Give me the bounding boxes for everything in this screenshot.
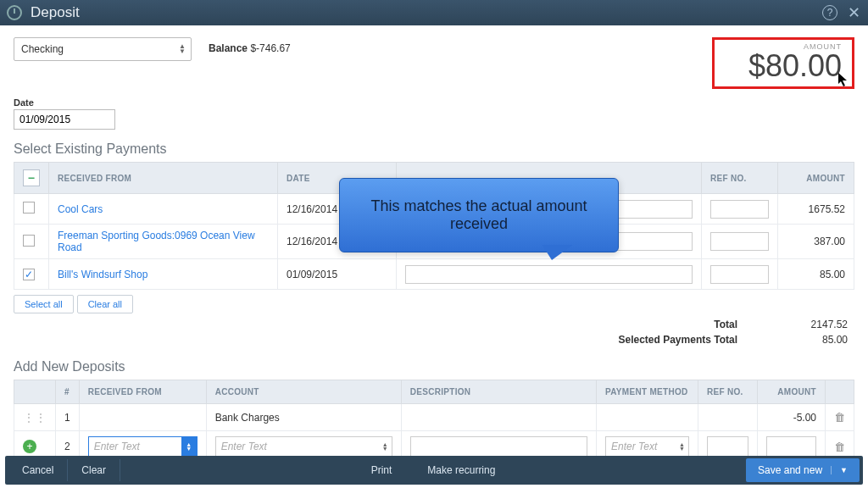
col-payment-method: PAYMENT METHOD bbox=[597, 380, 698, 404]
row-amount: 1675.52 bbox=[778, 194, 854, 225]
received-from-link[interactable]: Freeman Sporting Goods:0969 Ocean View R… bbox=[58, 230, 255, 253]
row-date: 01/09/2015 bbox=[278, 259, 397, 290]
cancel-button[interactable]: Cancel bbox=[8, 459, 68, 481]
add-row-button[interactable]: + bbox=[23, 440, 36, 453]
col-received-from: RECEIVED FROM bbox=[49, 163, 278, 194]
cursor-icon bbox=[837, 71, 850, 88]
table-row: ✓ Bill's Windsurf Shop 01/09/2015 85.00 bbox=[14, 259, 854, 290]
new-deposits-table: # RECEIVED FROM ACCOUNT DESCRIPTION PAYM… bbox=[14, 380, 854, 463]
row-checkbox[interactable] bbox=[23, 235, 35, 247]
trash-icon[interactable]: 🗑 bbox=[834, 411, 845, 424]
date-label: Date bbox=[14, 97, 854, 108]
make-recurring-button[interactable]: Make recurring bbox=[414, 459, 509, 481]
col-amount: AMOUNT bbox=[758, 380, 826, 404]
col-num: # bbox=[56, 380, 80, 404]
print-button[interactable]: Print bbox=[358, 459, 406, 481]
clear-button[interactable]: Clear bbox=[68, 459, 120, 481]
col-ref-no: REF NO. bbox=[698, 380, 758, 404]
amount-total-box: AMOUNT $80.00 bbox=[712, 37, 854, 89]
chevron-updown-icon: ▲▼ bbox=[382, 442, 388, 451]
row-num: 1 bbox=[56, 404, 80, 431]
existing-payments-title: Select Existing Payments bbox=[14, 141, 854, 157]
history-icon[interactable] bbox=[7, 5, 22, 20]
clear-all-button[interactable]: Clear all bbox=[77, 295, 133, 313]
ref-no-input[interactable] bbox=[707, 436, 748, 457]
col-amount: AMOUNT bbox=[778, 163, 854, 194]
save-and-new-button[interactable]: Save and new▼ bbox=[746, 458, 860, 482]
row-checkbox[interactable] bbox=[23, 202, 35, 214]
trash-icon[interactable]: 🗑 bbox=[834, 441, 845, 453]
help-icon[interactable]: ? bbox=[822, 5, 837, 20]
row-checkbox[interactable]: ✓ bbox=[23, 269, 35, 280]
chevron-updown-icon: ▲▼ bbox=[679, 442, 685, 451]
table-row: ⋮⋮ 1 Bank Charges -5.00 🗑 bbox=[14, 404, 854, 431]
received-from-input[interactable]: Enter Text▲▼ bbox=[88, 436, 198, 457]
balance-label: Balance $-746.67 bbox=[209, 37, 291, 54]
payment-method-input[interactable]: Enter Text▲▼ bbox=[605, 436, 689, 457]
caret-down-icon[interactable]: ▼ bbox=[831, 466, 848, 474]
chevron-updown-icon: ▲▼ bbox=[179, 44, 186, 54]
new-deposits-title: Add New Deposits bbox=[14, 359, 854, 374]
drag-handle-icon[interactable]: ⋮⋮ bbox=[23, 411, 47, 424]
row-amount: -5.00 bbox=[758, 404, 826, 431]
row-refno-input[interactable] bbox=[710, 232, 769, 251]
amount-input[interactable] bbox=[766, 436, 816, 457]
received-from-link[interactable]: Bill's Windsurf Shop bbox=[58, 269, 147, 280]
chevron-updown-icon: ▲▼ bbox=[181, 437, 197, 456]
row-refno-input[interactable] bbox=[710, 265, 769, 284]
close-icon[interactable]: ✕ bbox=[846, 5, 861, 20]
account-input[interactable]: Enter Text▲▼ bbox=[215, 436, 392, 457]
select-all-button[interactable]: Select all bbox=[14, 295, 74, 313]
row-amount: 85.00 bbox=[778, 259, 854, 290]
col-description: DESCRIPTION bbox=[401, 380, 596, 404]
page-title: Deposit bbox=[31, 4, 822, 21]
col-received-from: RECEIVED FROM bbox=[79, 380, 206, 404]
collapse-button[interactable]: − bbox=[23, 169, 40, 186]
footer-bar: Cancel Clear Print Make recurring Save a… bbox=[5, 456, 863, 485]
col-ref-no: REF NO. bbox=[702, 163, 778, 194]
tooltip-callout: This matches the actual amount received bbox=[339, 178, 619, 252]
amount-value: $80.00 bbox=[748, 51, 842, 81]
totals-block: Total2147.52 Selected Payments Total85.0… bbox=[14, 317, 854, 347]
account-select[interactable]: Checking ▲▼ bbox=[14, 37, 192, 61]
account-select-value: Checking bbox=[21, 43, 64, 55]
row-amount: 387.00 bbox=[778, 225, 854, 259]
titlebar: Deposit ? ✕ bbox=[0, 0, 868, 25]
col-account: ACCOUNT bbox=[206, 380, 401, 404]
date-input[interactable] bbox=[14, 109, 115, 130]
received-from-link[interactable]: Cool Cars bbox=[58, 203, 103, 215]
description-input[interactable] bbox=[410, 436, 587, 457]
row-refno-input[interactable] bbox=[710, 200, 769, 219]
row-account: Bank Charges bbox=[206, 404, 401, 431]
